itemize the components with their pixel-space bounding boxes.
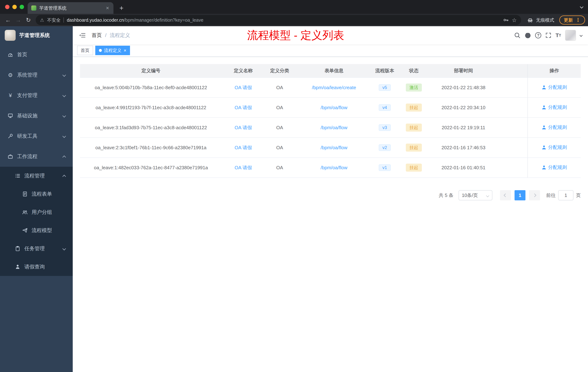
- status-badge: 挂起: [406, 104, 422, 111]
- sidebar-item-task-management[interactable]: 任务管理: [0, 240, 73, 258]
- assign-rule-link[interactable]: 分配规则: [542, 104, 567, 110]
- clipboard-icon: [15, 246, 21, 252]
- pagination-total: 共 5 条: [439, 192, 453, 198]
- github-icon[interactable]: [525, 32, 531, 39]
- breadcrumb-home[interactable]: 首页: [92, 32, 102, 39]
- page-size-select[interactable]: 10条/页: [459, 190, 492, 200]
- password-key-icon[interactable]: [503, 17, 509, 23]
- form-link[interactable]: /bpm/oa/flow: [321, 145, 347, 150]
- sidebar-item-user-group[interactable]: 用户分组: [0, 203, 73, 221]
- filler-cell: [495, 138, 528, 158]
- definition-category: OA: [265, 77, 294, 98]
- sidebar-item-label: 流程模型: [32, 227, 52, 234]
- sidebar-logo: 芋道管理系统: [0, 26, 73, 44]
- page-url[interactable]: dashboard.yudao.iocoder.cn/bpm/manager/d…: [67, 17, 203, 23]
- chrome-update-button[interactable]: 更新 ⋮: [559, 15, 585, 25]
- dashboard-icon: [7, 52, 13, 57]
- assign-rule-link[interactable]: 分配规则: [542, 84, 567, 90]
- navbar-actions: ? TT: [514, 30, 582, 41]
- bookmark-star-icon[interactable]: ☆: [512, 17, 517, 23]
- logo-avatar: [5, 30, 16, 41]
- version-badge: v4: [379, 104, 390, 111]
- form-link[interactable]: /bpm/oa/flow: [321, 125, 347, 130]
- search-icon[interactable]: [514, 32, 521, 39]
- sidebar-item-home[interactable]: 首页: [0, 44, 73, 65]
- definition-name-link[interactable]: OA 请假: [235, 85, 252, 90]
- page-content: 定义编号 定义名称 定义分类 表单信息 流程版本 状态 部署时间 操作: [73, 57, 588, 372]
- goto-page-input[interactable]: [558, 190, 573, 200]
- table-row: oa_leave:1:482ec033-762a-11ec-8477-a2380…: [80, 158, 581, 178]
- security-label[interactable]: 不安全: [47, 17, 61, 23]
- column-header: 定义编号: [80, 64, 222, 77]
- new-tab-button[interactable]: +: [116, 3, 126, 13]
- fullscreen-icon[interactable]: [545, 32, 551, 38]
- sidebar-item-payment[interactable]: ¥ 支付管理: [0, 85, 73, 106]
- status-badge: 挂起: [406, 124, 422, 131]
- users-icon: [22, 209, 28, 215]
- deploy-time: 2022-01-22 19:19:11: [432, 118, 495, 138]
- assign-rule-link[interactable]: 分配规则: [542, 164, 567, 171]
- sidebar-item-infrastructure[interactable]: 基础设施: [0, 106, 73, 126]
- address-bar[interactable]: ⚠ 不安全 dashboard.yudao.iocoder.cn/bpm/man…: [36, 15, 521, 25]
- browser-menu-icon[interactable]: ⋮: [576, 17, 580, 22]
- definition-name-link[interactable]: OA 请假: [235, 125, 252, 130]
- yen-icon: ¥: [7, 92, 13, 98]
- person-icon: [542, 145, 546, 150]
- tab-strip: 芋道管理系统 × +: [0, 0, 588, 14]
- column-header: 定义名称: [222, 64, 265, 77]
- forward-button[interactable]: →: [13, 15, 23, 25]
- definition-name-link[interactable]: OA 请假: [235, 145, 252, 150]
- sidebar-item-process-form[interactable]: 流程表单: [0, 185, 73, 203]
- current-page-button[interactable]: 1: [514, 190, 525, 200]
- browser-window: 芋道管理系统 × + ← → ↻ ⚠ 不安全 dashboard.yudao.i…: [0, 0, 588, 372]
- assign-rule-link[interactable]: 分配规则: [542, 124, 567, 131]
- deploy-time: 2022-01-22 20:34:10: [432, 98, 495, 118]
- chevron-down-icon: [62, 247, 66, 251]
- reload-button[interactable]: ↻: [23, 15, 33, 25]
- sidebar-item-leave-query[interactable]: 请假查询: [0, 258, 73, 276]
- sidebar-item-process-model[interactable]: 流程模型: [0, 221, 73, 240]
- minimize-window-button[interactable]: [12, 5, 17, 9]
- tab-close-icon[interactable]: ×: [105, 5, 110, 11]
- prev-page-button[interactable]: [500, 190, 511, 200]
- assign-rule-link[interactable]: 分配规则: [542, 144, 567, 151]
- tab-search-icon[interactable]: [580, 5, 583, 9]
- help-icon[interactable]: ?: [535, 32, 541, 38]
- briefcase-icon: [7, 153, 13, 159]
- sidebar-item-workflow[interactable]: 工作流程: [0, 146, 73, 167]
- tags-view-bar: 首页 流程定义 ×: [73, 44, 588, 57]
- form-link[interactable]: /bpm/oa/flow: [321, 105, 347, 110]
- tool-icon: [7, 133, 13, 139]
- tag-home[interactable]: 首页: [77, 46, 93, 55]
- definition-name-link[interactable]: OA 请假: [235, 105, 252, 110]
- sidebar-item-process-management[interactable]: 流程管理: [0, 167, 73, 185]
- tag-close-icon[interactable]: ×: [124, 48, 126, 53]
- browser-tab[interactable]: 芋道管理系统 ×: [28, 2, 114, 14]
- sidebar-toggle-icon[interactable]: [79, 33, 86, 38]
- status-badge: 挂起: [406, 164, 422, 172]
- sidebar-item-system[interactable]: ⚙ 系统管理: [0, 65, 73, 85]
- font-size-icon[interactable]: TT: [556, 32, 561, 38]
- form-link[interactable]: /bpm/oa/flow: [321, 165, 347, 170]
- form-link[interactable]: /bpm/oa/leave/create: [312, 85, 356, 90]
- table-row: oa_leave:4:991f2193-7b7f-11ec-a3c8-acde4…: [80, 98, 581, 118]
- app-title: 芋道管理系统: [19, 32, 50, 39]
- annotation-text: 流程模型 - 定义列表: [247, 28, 344, 43]
- zoom-window-button[interactable]: [20, 5, 24, 9]
- avatar[interactable]: [565, 30, 576, 41]
- close-window-button[interactable]: [5, 5, 10, 9]
- chevron-down-icon: [62, 114, 66, 118]
- sidebar-item-label: 请假查询: [24, 263, 45, 270]
- sidebar-item-devtools[interactable]: 研发工具: [0, 126, 73, 146]
- next-page-button[interactable]: [529, 190, 540, 200]
- tag-process-definition[interactable]: 流程定义 ×: [95, 46, 130, 55]
- column-header: 表单信息: [294, 64, 373, 77]
- goto-unit: 页: [576, 192, 581, 198]
- avatar-caret-icon[interactable]: [580, 34, 583, 37]
- back-button[interactable]: ←: [3, 15, 13, 25]
- chevron-down-icon: [62, 134, 66, 138]
- definition-name-link[interactable]: OA 请假: [235, 165, 252, 170]
- person-icon: [542, 125, 546, 130]
- chevron-left-icon: [504, 194, 507, 197]
- version-badge: v5: [379, 84, 390, 91]
